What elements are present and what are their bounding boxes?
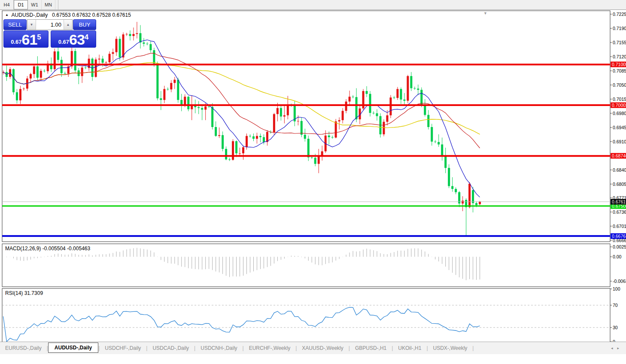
buy-price-pip: 4 [85, 33, 88, 42]
sell-price-display[interactable]: 0.67 61 5 [3, 30, 49, 48]
chart-tab-bar: EURUSD-,Daily|AUDUSD-,Daily|USDCHF-,Dail… [0, 342, 626, 354]
price-axis-label: 0.68050 [613, 182, 626, 187]
sell-price-prefix: 0.67 [11, 39, 21, 45]
chart-tab-eurchf[interactable]: EURCHF-,Weekly [244, 343, 295, 353]
one-click-trading-panel: SELL ▼ 1.00 ▲ BUY 0.67 61 5 0.67 63 4 [3, 19, 96, 48]
price-axis-label: 0.71200 [613, 54, 626, 59]
rsi-axis-label: 30 [613, 325, 618, 330]
level-price-tag: 0.71005 [611, 62, 626, 67]
buy-price-prefix: 0.67 [58, 39, 69, 45]
chart-canvas [0, 10, 626, 364]
chart-tab-gbpusd[interactable]: GBPUSD-,H1 [350, 343, 392, 353]
chart-tab-xauusd[interactable]: XAUUSD-,Weekly [297, 343, 348, 353]
rsi-axis-label: 100 [613, 286, 620, 291]
rsi-axis-label: 70 [613, 303, 618, 308]
chart-ohlc-values: 0.67553 0.67632 0.67528 0.67615 [52, 12, 131, 18]
chart-tab-usdx[interactable]: USDX-,Weekly [428, 343, 473, 353]
price-axis-label: 0.69450 [613, 125, 626, 130]
chart-tab-ukoil[interactable]: UKOil-,H1 [393, 343, 426, 353]
timeframe-button-h4[interactable]: H4 [0, 0, 14, 9]
tab-separator: | [472, 345, 474, 351]
trading-terminal-window: H4D1W1MN ▲ AUDUSD-,Daily 0.67553 0.67632… [0, 0, 626, 364]
level-price-tag: 0.66767 [611, 233, 626, 239]
price-axis-label: 0.70500 [613, 82, 626, 88]
level-price-tag: 0.68746 [611, 153, 626, 159]
price-axis-label: 0.67010 [613, 224, 626, 229]
rsi-indicator-label: RSI(14) 31.7309 [5, 290, 43, 296]
price-axis-label: 0.68400 [613, 167, 626, 173]
macd-axis-label: -0.00632 [613, 279, 626, 284]
price-axis-label: 0.71900 [613, 26, 626, 31]
level-price-tag: 0.70002 [611, 102, 626, 108]
chart-title: ▲ AUDUSD-,Daily 0.67553 0.67632 0.67528 … [5, 12, 131, 18]
toolbar-separator [58, 0, 58, 9]
chart-tab-audusd[interactable]: AUDUSD-,Daily [48, 343, 98, 353]
price-axis-label: 0.69100 [613, 139, 626, 144]
volume-input[interactable]: 1.00 [36, 20, 64, 30]
buy-price-main: 63 [69, 32, 85, 47]
price-axis-label: 0.71550 [613, 40, 626, 45]
chart-tab-eurusd[interactable]: EURUSD-,Daily [0, 343, 47, 353]
macd-indicator-label: MACD(12,26,9) -0.005504 -0.005463 [5, 246, 90, 252]
buy-price-display[interactable]: 0.67 63 4 [51, 30, 96, 48]
macd-axis-label: 0.002574 [613, 244, 626, 249]
chart-tab-usdchf[interactable]: USDCHF-,Daily [100, 343, 146, 353]
chart-symbol-period: AUDUSD-,Daily [12, 12, 48, 18]
symbol-collapse-icon: ▲ [5, 13, 9, 17]
macd-axis-label: 0.00 [613, 254, 621, 259]
price-axis-label: 0.70850 [613, 68, 626, 73]
buy-button[interactable]: BUY [73, 19, 96, 30]
timeframe-button-w1[interactable]: W1 [28, 0, 42, 9]
chart-tab-usdcad[interactable]: USDCAD-,Daily [147, 343, 194, 353]
chart-client-area: ▲ AUDUSD-,Daily 0.67553 0.67632 0.67528 … [0, 10, 626, 364]
timeframe-button-mn[interactable]: MN [42, 0, 55, 9]
sell-price-pip: 5 [37, 33, 41, 42]
volume-increase-icon[interactable]: ▲ [64, 20, 72, 30]
price-axis-label: 0.67360 [613, 209, 626, 215]
current-price-tag: 0.67615 [611, 199, 626, 204]
chart-tab-usdcnh[interactable]: USDCNH-,Daily [195, 343, 242, 353]
chart-shift-marker-icon[interactable]: ▼ [483, 11, 487, 15]
sell-button[interactable]: SELL [3, 19, 27, 30]
tab-scroll-arrows-icon[interactable]: ◂▸ [611, 346, 626, 350]
volume-decrease-icon[interactable]: ▼ [27, 20, 36, 30]
timeframe-button-d1[interactable]: D1 [14, 0, 28, 9]
timeframe-toolbar: H4D1W1MN [0, 0, 626, 10]
price-axis-label: 0.70150 [613, 97, 626, 102]
volume-stepper: ▼ 1.00 ▲ [27, 19, 73, 30]
price-axis-label: 0.72250 [613, 12, 626, 17]
price-axis-label: 0.69800 [613, 111, 626, 116]
sell-price-main: 61 [22, 32, 37, 47]
